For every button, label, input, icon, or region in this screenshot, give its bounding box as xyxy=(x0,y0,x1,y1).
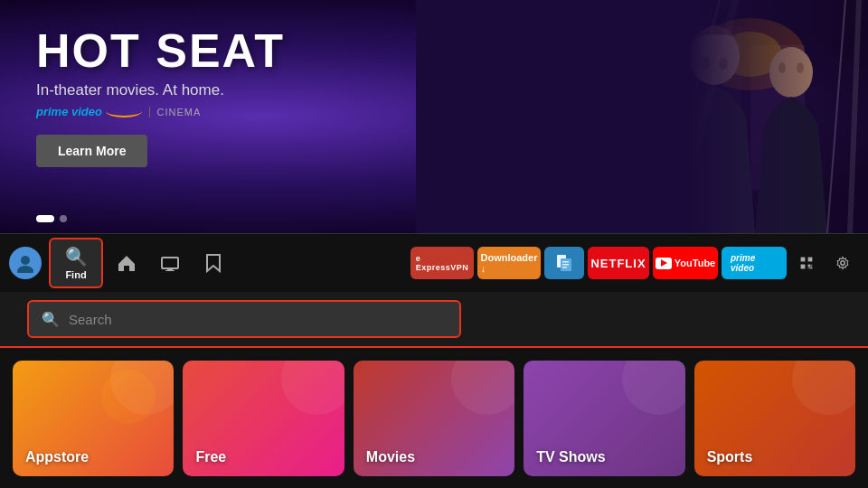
sports-category[interactable]: Sports xyxy=(694,361,855,476)
downloader-app[interactable]: Downloader ↓ xyxy=(477,247,541,279)
hero-dots xyxy=(36,215,67,222)
appstore-category[interactable]: Appstore xyxy=(13,361,174,476)
tv-button[interactable] xyxy=(150,243,190,283)
svg-rect-21 xyxy=(562,264,569,266)
svg-rect-25 xyxy=(801,265,806,269)
categories-section: Appstore Free Movies TV Shows Sports xyxy=(0,348,868,488)
tvshows-label: TV Shows xyxy=(536,449,605,465)
bookmark-button[interactable] xyxy=(193,243,233,283)
youtube-logo: YouTube xyxy=(656,258,715,269)
movies-category[interactable]: Movies xyxy=(354,361,514,476)
svg-rect-22 xyxy=(562,267,567,268)
search-bar[interactable]: 🔍 Search xyxy=(27,300,461,338)
free-label: Free xyxy=(195,449,226,465)
svg-rect-16 xyxy=(167,268,173,270)
home-icon xyxy=(117,253,137,273)
svg-rect-24 xyxy=(808,258,813,262)
learn-more-button[interactable]: Learn More xyxy=(36,135,147,167)
movies-label: Movies xyxy=(366,449,415,465)
avatar-icon xyxy=(15,253,35,273)
svg-rect-15 xyxy=(162,258,178,268)
svg-rect-23 xyxy=(801,258,806,262)
hero-banner: HOT SEAT In-theater movies. At home. pri… xyxy=(0,0,868,233)
tv-icon xyxy=(160,253,180,273)
blob-decoration xyxy=(281,361,344,415)
svg-point-30 xyxy=(841,261,844,265)
home-button[interactable] xyxy=(107,243,146,283)
smile-icon xyxy=(106,105,142,117)
hero-subtitle: In-theater movies. At home. xyxy=(36,81,285,99)
sports-label: Sports xyxy=(707,449,753,465)
gear-icon xyxy=(835,253,850,273)
hero-brand: prime video CINEMA xyxy=(36,105,285,118)
svg-point-14 xyxy=(17,266,33,273)
svg-point-13 xyxy=(21,256,30,265)
search-icon: 🔍 xyxy=(42,311,60,328)
user-avatar[interactable] xyxy=(9,247,42,279)
youtube-play-box xyxy=(656,258,672,269)
appstore-label: Appstore xyxy=(25,449,89,465)
search-icon: 🔍 xyxy=(65,246,88,267)
primevideo-label: prime video xyxy=(731,253,778,273)
files-app[interactable] xyxy=(544,247,584,279)
hero-image xyxy=(416,0,868,233)
svg-rect-20 xyxy=(562,261,569,263)
svg-text:+: + xyxy=(809,265,813,271)
settings-button[interactable] xyxy=(826,247,859,279)
find-label: Find xyxy=(65,269,86,280)
youtube-app[interactable]: YouTube xyxy=(653,247,718,279)
hero-image-overlay xyxy=(416,0,868,233)
files-icon xyxy=(554,253,574,273)
grid-icon: + xyxy=(799,254,814,272)
tvshows-category[interactable]: TV Shows xyxy=(524,361,684,476)
blob-decoration xyxy=(792,361,855,415)
blob-decoration xyxy=(622,361,685,415)
prime-video-logo: prime video xyxy=(36,105,142,118)
hero-title: HOT SEAT xyxy=(36,27,285,74)
navbar: 🔍 Find e ExpressVPN Downloader ↓ xyxy=(0,233,868,292)
bookmark-icon xyxy=(205,253,222,273)
youtube-label: YouTube xyxy=(675,258,715,268)
expressvpn-label: e ExpressVPN xyxy=(416,254,469,272)
dot-2[interactable] xyxy=(60,215,67,222)
blob-decoration xyxy=(451,361,514,415)
search-section: 🔍 Search xyxy=(0,292,868,348)
youtube-play-icon xyxy=(661,259,667,267)
blob-decoration-2 xyxy=(101,370,156,424)
netflix-label: NETFLIX xyxy=(590,257,646,270)
hero-content: HOT SEAT In-theater movies. At home. pri… xyxy=(36,27,285,167)
downloader-label: Downloader ↓ xyxy=(481,252,538,274)
dot-1[interactable] xyxy=(36,215,54,222)
primevideo-app[interactable]: prime video xyxy=(722,247,787,279)
cinema-badge: CINEMA xyxy=(149,107,202,117)
search-placeholder: Search xyxy=(69,312,112,327)
netflix-app[interactable]: NETFLIX xyxy=(588,247,649,279)
svg-rect-17 xyxy=(165,270,175,271)
find-button[interactable]: 🔍 Find xyxy=(49,238,103,288)
free-category[interactable]: Free xyxy=(183,361,344,476)
apps-grid-button[interactable]: + xyxy=(790,247,823,279)
expressvpn-app[interactable]: e ExpressVPN xyxy=(410,247,474,279)
